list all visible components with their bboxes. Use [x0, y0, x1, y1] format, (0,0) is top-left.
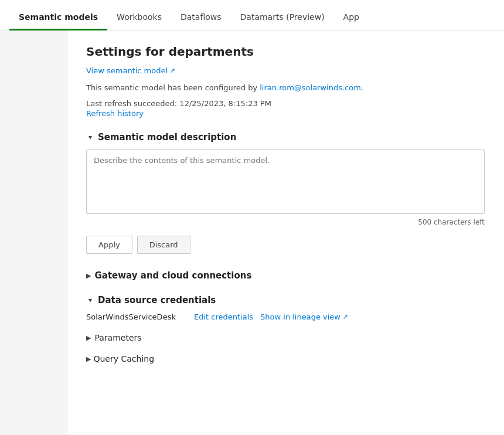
- caching-section: ▶ Query Caching: [86, 354, 485, 363]
- view-semantic-model-link[interactable]: View semantic model ➚: [86, 66, 175, 75]
- lineage-view-label: Show in lineage view: [260, 312, 340, 321]
- datasource-row: SolarWindsServiceDesk Edit credentials S…: [86, 312, 485, 321]
- char-count: 500 characters left: [86, 218, 485, 226]
- main-layout: Settings for departments View semantic m…: [0, 30, 504, 435]
- parameters-expand-icon: ▶: [86, 334, 91, 342]
- description-section-header[interactable]: ▾ Semantic model description: [86, 132, 485, 142]
- description-collapse-icon: ▾: [86, 133, 94, 141]
- page-title: Settings for departments: [86, 45, 485, 59]
- caching-section-title: Query Caching: [93, 354, 154, 363]
- tab-dataflows[interactable]: Dataflows: [171, 5, 231, 30]
- tab-semantic-models[interactable]: Semantic models: [9, 5, 107, 30]
- apply-button[interactable]: Apply: [86, 236, 132, 254]
- description-textarea[interactable]: [86, 149, 485, 214]
- description-section-title: Semantic model description: [98, 132, 236, 142]
- datasource-section: ▾ Data source credentials SolarWindsServ…: [86, 295, 485, 321]
- tab-datamarts[interactable]: Datamarts (Preview): [231, 5, 334, 30]
- tab-app[interactable]: App: [334, 5, 369, 30]
- gateway-expand-icon: ▶: [86, 272, 91, 280]
- configured-by-text: This semantic model has been configured …: [86, 83, 485, 92]
- refresh-history-link[interactable]: Refresh history: [86, 109, 485, 118]
- datasource-name: SolarWindsServiceDesk: [86, 312, 192, 321]
- gateway-section-header[interactable]: ▶ Gateway and cloud connections: [86, 270, 485, 281]
- configured-by-suffix: .: [361, 83, 363, 92]
- content-area: Settings for departments View semantic m…: [67, 30, 504, 435]
- last-refresh-text: Last refresh succeeded: 12/25/2023, 8:15…: [86, 99, 485, 108]
- datasource-section-header[interactable]: ▾ Data source credentials: [86, 295, 485, 305]
- nav-tabs: Semantic models Workbooks Dataflows Data…: [0, 0, 504, 30]
- gateway-section: ▶ Gateway and cloud connections: [86, 270, 485, 281]
- description-button-row: Apply Discard: [86, 236, 485, 254]
- tab-workbooks[interactable]: Workbooks: [107, 5, 171, 30]
- configured-by-prefix: This semantic model has been configured …: [86, 83, 260, 92]
- view-model-link-text: View semantic model: [86, 66, 168, 75]
- lineage-view-link[interactable]: Show in lineage view ➚: [260, 312, 348, 321]
- configured-by-email[interactable]: liran.rom@solarwinds.com: [260, 83, 361, 92]
- edit-credentials-link[interactable]: Edit credentials: [194, 312, 253, 321]
- discard-button[interactable]: Discard: [137, 236, 190, 254]
- caching-section-header[interactable]: ▶ Query Caching: [86, 354, 485, 363]
- datasource-section-title: Data source credentials: [98, 295, 216, 305]
- datasource-collapse-icon: ▾: [86, 296, 94, 304]
- external-link-icon: ➚: [170, 67, 175, 74]
- datasource-actions: Edit credentials Show in lineage view ➚: [194, 312, 348, 321]
- parameters-section-title: Parameters: [94, 333, 141, 342]
- parameters-section-header[interactable]: ▶ Parameters: [86, 333, 485, 342]
- lineage-external-link-icon: ➚: [343, 313, 348, 321]
- parameters-section: ▶ Parameters: [86, 333, 485, 342]
- sidebar: [0, 30, 67, 435]
- caching-expand-icon: ▶: [86, 355, 91, 363]
- gateway-section-title: Gateway and cloud connections: [94, 270, 251, 281]
